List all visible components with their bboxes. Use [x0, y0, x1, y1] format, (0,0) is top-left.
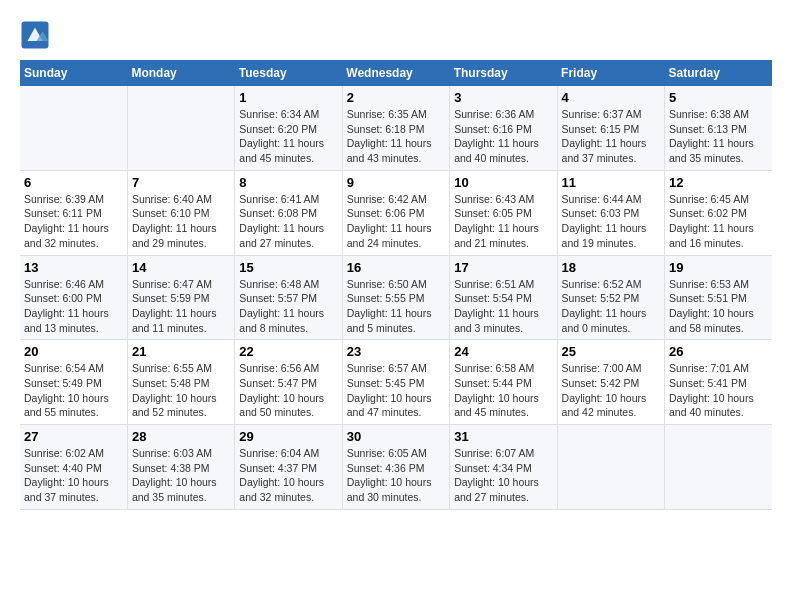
logo [20, 20, 54, 50]
day-info: Sunrise: 6:51 AMSunset: 5:54 PMDaylight:… [454, 277, 552, 336]
day-number: 11 [562, 175, 660, 190]
calendar-cell: 6 Sunrise: 6:39 AMSunset: 6:11 PMDayligh… [20, 170, 127, 255]
weekday-header: Tuesday [235, 60, 342, 86]
calendar-week-row: 6 Sunrise: 6:39 AMSunset: 6:11 PMDayligh… [20, 170, 772, 255]
calendar-header: SundayMondayTuesdayWednesdayThursdayFrid… [20, 60, 772, 86]
day-info: Sunrise: 7:01 AMSunset: 5:41 PMDaylight:… [669, 361, 768, 420]
calendar-cell: 19 Sunrise: 6:53 AMSunset: 5:51 PMDaylig… [665, 255, 772, 340]
calendar-cell: 30 Sunrise: 6:05 AMSunset: 4:36 PMDaylig… [342, 425, 449, 510]
day-info: Sunrise: 6:07 AMSunset: 4:34 PMDaylight:… [454, 446, 552, 505]
day-number: 19 [669, 260, 768, 275]
logo-icon [20, 20, 50, 50]
day-info: Sunrise: 6:38 AMSunset: 6:13 PMDaylight:… [669, 107, 768, 166]
day-number: 3 [454, 90, 552, 105]
day-info: Sunrise: 6:45 AMSunset: 6:02 PMDaylight:… [669, 192, 768, 251]
calendar-cell [20, 86, 127, 170]
calendar-cell: 31 Sunrise: 6:07 AMSunset: 4:34 PMDaylig… [450, 425, 557, 510]
calendar-cell: 23 Sunrise: 6:57 AMSunset: 5:45 PMDaylig… [342, 340, 449, 425]
day-number: 21 [132, 344, 230, 359]
weekday-header: Thursday [450, 60, 557, 86]
calendar-cell: 26 Sunrise: 7:01 AMSunset: 5:41 PMDaylig… [665, 340, 772, 425]
calendar-cell: 28 Sunrise: 6:03 AMSunset: 4:38 PMDaylig… [127, 425, 234, 510]
calendar-table: SundayMondayTuesdayWednesdayThursdayFrid… [20, 60, 772, 510]
calendar-cell: 20 Sunrise: 6:54 AMSunset: 5:49 PMDaylig… [20, 340, 127, 425]
calendar-cell: 8 Sunrise: 6:41 AMSunset: 6:08 PMDayligh… [235, 170, 342, 255]
day-number: 12 [669, 175, 768, 190]
calendar-cell: 25 Sunrise: 7:00 AMSunset: 5:42 PMDaylig… [557, 340, 664, 425]
day-number: 13 [24, 260, 123, 275]
calendar-cell: 27 Sunrise: 6:02 AMSunset: 4:40 PMDaylig… [20, 425, 127, 510]
day-info: Sunrise: 6:58 AMSunset: 5:44 PMDaylight:… [454, 361, 552, 420]
day-number: 17 [454, 260, 552, 275]
day-info: Sunrise: 6:55 AMSunset: 5:48 PMDaylight:… [132, 361, 230, 420]
day-info: Sunrise: 6:42 AMSunset: 6:06 PMDaylight:… [347, 192, 445, 251]
day-number: 5 [669, 90, 768, 105]
calendar-week-row: 27 Sunrise: 6:02 AMSunset: 4:40 PMDaylig… [20, 425, 772, 510]
day-info: Sunrise: 6:43 AMSunset: 6:05 PMDaylight:… [454, 192, 552, 251]
day-info: Sunrise: 6:48 AMSunset: 5:57 PMDaylight:… [239, 277, 337, 336]
calendar-body: 1 Sunrise: 6:34 AMSunset: 6:20 PMDayligh… [20, 86, 772, 509]
page-header [20, 20, 772, 50]
calendar-cell: 9 Sunrise: 6:42 AMSunset: 6:06 PMDayligh… [342, 170, 449, 255]
day-info: Sunrise: 6:56 AMSunset: 5:47 PMDaylight:… [239, 361, 337, 420]
day-info: Sunrise: 6:50 AMSunset: 5:55 PMDaylight:… [347, 277, 445, 336]
calendar-cell: 4 Sunrise: 6:37 AMSunset: 6:15 PMDayligh… [557, 86, 664, 170]
weekday-header: Friday [557, 60, 664, 86]
day-info: Sunrise: 6:46 AMSunset: 6:00 PMDaylight:… [24, 277, 123, 336]
calendar-cell: 7 Sunrise: 6:40 AMSunset: 6:10 PMDayligh… [127, 170, 234, 255]
calendar-cell: 18 Sunrise: 6:52 AMSunset: 5:52 PMDaylig… [557, 255, 664, 340]
day-number: 4 [562, 90, 660, 105]
day-number: 2 [347, 90, 445, 105]
day-info: Sunrise: 6:39 AMSunset: 6:11 PMDaylight:… [24, 192, 123, 251]
day-info: Sunrise: 6:44 AMSunset: 6:03 PMDaylight:… [562, 192, 660, 251]
weekday-header: Wednesday [342, 60, 449, 86]
day-number: 30 [347, 429, 445, 444]
calendar-cell: 2 Sunrise: 6:35 AMSunset: 6:18 PMDayligh… [342, 86, 449, 170]
day-info: Sunrise: 6:34 AMSunset: 6:20 PMDaylight:… [239, 107, 337, 166]
day-number: 28 [132, 429, 230, 444]
weekday-header-row: SundayMondayTuesdayWednesdayThursdayFrid… [20, 60, 772, 86]
day-number: 22 [239, 344, 337, 359]
day-number: 24 [454, 344, 552, 359]
day-number: 27 [24, 429, 123, 444]
calendar-cell: 14 Sunrise: 6:47 AMSunset: 5:59 PMDaylig… [127, 255, 234, 340]
day-number: 29 [239, 429, 337, 444]
calendar-cell [665, 425, 772, 510]
day-info: Sunrise: 6:03 AMSunset: 4:38 PMDaylight:… [132, 446, 230, 505]
weekday-header: Sunday [20, 60, 127, 86]
calendar-cell: 16 Sunrise: 6:50 AMSunset: 5:55 PMDaylig… [342, 255, 449, 340]
day-info: Sunrise: 6:37 AMSunset: 6:15 PMDaylight:… [562, 107, 660, 166]
day-info: Sunrise: 7:00 AMSunset: 5:42 PMDaylight:… [562, 361, 660, 420]
calendar-week-row: 13 Sunrise: 6:46 AMSunset: 6:00 PMDaylig… [20, 255, 772, 340]
weekday-header: Monday [127, 60, 234, 86]
calendar-cell: 1 Sunrise: 6:34 AMSunset: 6:20 PMDayligh… [235, 86, 342, 170]
day-number: 18 [562, 260, 660, 275]
day-info: Sunrise: 6:47 AMSunset: 5:59 PMDaylight:… [132, 277, 230, 336]
calendar-cell: 13 Sunrise: 6:46 AMSunset: 6:00 PMDaylig… [20, 255, 127, 340]
day-info: Sunrise: 6:35 AMSunset: 6:18 PMDaylight:… [347, 107, 445, 166]
day-number: 23 [347, 344, 445, 359]
calendar-cell: 22 Sunrise: 6:56 AMSunset: 5:47 PMDaylig… [235, 340, 342, 425]
calendar-cell: 21 Sunrise: 6:55 AMSunset: 5:48 PMDaylig… [127, 340, 234, 425]
weekday-header: Saturday [665, 60, 772, 86]
day-number: 1 [239, 90, 337, 105]
day-number: 7 [132, 175, 230, 190]
calendar-cell: 29 Sunrise: 6:04 AMSunset: 4:37 PMDaylig… [235, 425, 342, 510]
calendar-cell: 3 Sunrise: 6:36 AMSunset: 6:16 PMDayligh… [450, 86, 557, 170]
day-info: Sunrise: 6:04 AMSunset: 4:37 PMDaylight:… [239, 446, 337, 505]
day-number: 25 [562, 344, 660, 359]
day-number: 8 [239, 175, 337, 190]
day-number: 20 [24, 344, 123, 359]
calendar-cell: 12 Sunrise: 6:45 AMSunset: 6:02 PMDaylig… [665, 170, 772, 255]
day-info: Sunrise: 6:05 AMSunset: 4:36 PMDaylight:… [347, 446, 445, 505]
day-info: Sunrise: 6:41 AMSunset: 6:08 PMDaylight:… [239, 192, 337, 251]
day-number: 6 [24, 175, 123, 190]
day-number: 31 [454, 429, 552, 444]
calendar-cell: 10 Sunrise: 6:43 AMSunset: 6:05 PMDaylig… [450, 170, 557, 255]
calendar-cell: 11 Sunrise: 6:44 AMSunset: 6:03 PMDaylig… [557, 170, 664, 255]
day-number: 9 [347, 175, 445, 190]
calendar-cell: 24 Sunrise: 6:58 AMSunset: 5:44 PMDaylig… [450, 340, 557, 425]
day-number: 10 [454, 175, 552, 190]
day-number: 15 [239, 260, 337, 275]
calendar-cell: 5 Sunrise: 6:38 AMSunset: 6:13 PMDayligh… [665, 86, 772, 170]
